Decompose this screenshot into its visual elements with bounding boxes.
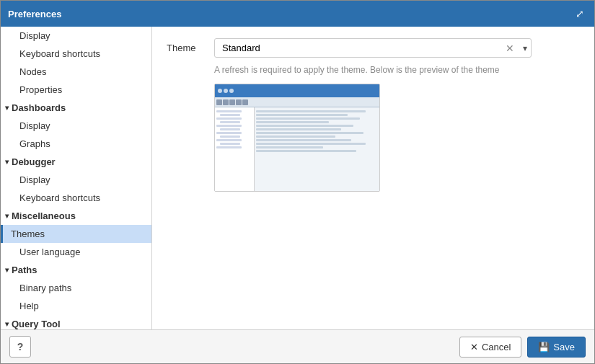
sidebar-item-user-language[interactable]: User language — [1, 243, 151, 261]
preview-sidebar — [215, 107, 255, 191]
save-label: Save — [553, 342, 575, 352]
theme-select-wrapper: Standard Dark Light ✕ ▾ — [214, 38, 532, 58]
preview-line — [216, 125, 242, 127]
sidebar-item-binary-paths[interactable]: Binary paths — [1, 279, 151, 297]
chevron-down-icon: ▾ — [5, 320, 9, 328]
preview-line — [220, 114, 240, 116]
dialog-title: Preferences — [8, 9, 61, 19]
cancel-button[interactable]: ✕ Cancel — [459, 337, 521, 358]
sidebar-item-display-dashboards[interactable]: Display — [1, 117, 151, 135]
sidebar-item-properties[interactable]: Properties — [1, 81, 151, 99]
chevron-down-icon: ▾ — [5, 266, 9, 274]
sidebar-group-paths[interactable]: ▾ Paths — [1, 261, 151, 279]
chevron-down-icon: ▾ — [5, 104, 9, 112]
sidebar-group-dashboards[interactable]: ▾ Dashboards — [1, 99, 151, 117]
preview-line — [220, 143, 240, 145]
preview-toolbar-btn — [229, 99, 235, 105]
chevron-down-icon: ▾ — [5, 158, 9, 166]
preview-toolbar-btn — [223, 99, 229, 105]
theme-row: Theme Standard Dark Light ✕ ▾ — [167, 38, 580, 58]
sidebar-item-help[interactable]: Help — [1, 297, 151, 315]
sidebar-item-display-top[interactable]: Display — [1, 27, 151, 45]
theme-preview — [214, 84, 380, 192]
cancel-icon: ✕ — [470, 342, 478, 352]
preview-line — [216, 110, 242, 112]
preview-line — [220, 128, 240, 130]
preview-toolbar-btn — [242, 99, 248, 105]
preview-content — [215, 107, 379, 191]
preview-line — [216, 117, 242, 120]
dialog-header: Preferences ⤢ — [1, 1, 594, 27]
help-button[interactable]: ? — [9, 336, 31, 358]
dialog-body: Display Keyboard shortcuts Nodes Propert… — [1, 27, 594, 329]
dialog-footer: ? ✕ Cancel 💾 Save — [1, 329, 594, 363]
preview-dot — [218, 89, 222, 93]
preview-dot — [229, 89, 234, 93]
sidebar-item-graphs[interactable]: Graphs — [1, 135, 151, 153]
footer-right: ✕ Cancel 💾 Save — [459, 337, 586, 358]
select-clear-button[interactable]: ✕ — [506, 43, 514, 54]
sidebar-item-themes[interactable]: Themes — [1, 225, 151, 243]
preview-topbar — [215, 84, 379, 97]
preview-inner — [215, 84, 379, 191]
sidebar-item-display-debugger[interactable]: Display — [1, 171, 151, 189]
sidebar-group-label: Query Tool — [12, 319, 61, 329]
cancel-label: Cancel — [482, 342, 511, 352]
sidebar-group-query-tool[interactable]: ▾ Query Tool — [1, 315, 151, 329]
preview-line — [216, 132, 242, 134]
sidebar-group-miscellaneous[interactable]: ▾ Miscellaneous — [1, 207, 151, 225]
preview-line — [216, 139, 242, 141]
sidebar-group-debugger[interactable]: ▾ Debugger — [1, 153, 151, 171]
preview-toolbar — [215, 97, 379, 107]
preview-toolbar-btn — [236, 99, 242, 105]
sidebar-group-label: Paths — [12, 265, 37, 275]
sidebar: Display Keyboard shortcuts Nodes Propert… — [1, 27, 152, 329]
preferences-dialog: Preferences ⤢ Display Keyboard shortcuts… — [0, 0, 595, 364]
sidebar-item-keyboard-shortcuts-top[interactable]: Keyboard shortcuts — [1, 45, 151, 63]
sidebar-group-label: Miscellaneous — [12, 210, 76, 221]
chevron-down-icon: ▾ — [5, 212, 9, 220]
theme-select[interactable]: Standard Dark Light — [214, 38, 532, 58]
save-button[interactable]: 💾 Save — [527, 337, 586, 358]
preview-line — [220, 136, 240, 138]
preview-dot — [224, 89, 228, 93]
sidebar-group-label: Debugger — [12, 156, 56, 167]
main-content: Theme Standard Dark Light ✕ ▾ A refresh … — [152, 27, 594, 329]
sidebar-item-nodes[interactable]: Nodes — [1, 63, 151, 81]
save-icon: 💾 — [538, 342, 550, 352]
expand-button[interactable]: ⤢ — [573, 6, 587, 21]
theme-hint: A refresh is required to apply the theme… — [167, 65, 580, 75]
preview-line — [220, 121, 240, 123]
sidebar-item-keyboard-shortcuts-debugger[interactable]: Keyboard shortcuts — [1, 189, 151, 207]
theme-label: Theme — [167, 43, 203, 53]
sidebar-group-label: Dashboards — [12, 102, 66, 113]
preview-main-area — [255, 107, 379, 191]
preview-line — [216, 146, 242, 148]
preview-toolbar-btn — [216, 99, 222, 105]
